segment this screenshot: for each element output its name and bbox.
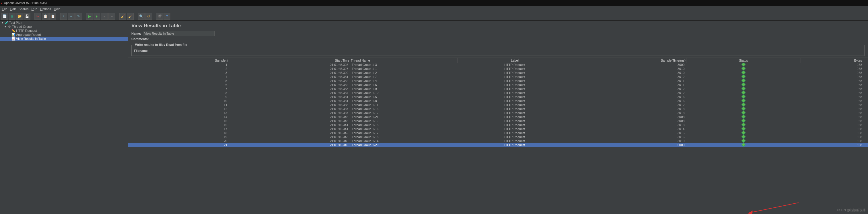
table-row[interactable]: 1021:01:45.331Thread Group 1-8HTTP Reque…: [128, 99, 868, 103]
cell-time: 21:01:45.332: [229, 83, 350, 87]
name-input[interactable]: [143, 31, 215, 36]
tree-root[interactable]: ▼ 🧪 Test Plan: [0, 21, 128, 25]
table-row[interactable]: 1521:01:45.345Thread Group 1-19HTTP Requ…: [128, 119, 868, 123]
cell-label: HTTP Request: [458, 123, 572, 127]
cell-status: [686, 83, 801, 87]
table-row[interactable]: 2021:01:45.340Thread Group 1-14HTTP Requ…: [128, 139, 868, 143]
cell-status: [686, 123, 801, 127]
cell-label: HTTP Request: [458, 119, 572, 123]
menu-file[interactable]: File: [1, 7, 9, 11]
cell-bytes: 168: [801, 119, 868, 123]
cell-thread: Thread Group 1-9: [350, 87, 458, 91]
table-row[interactable]: 121:01:45.328Thread Group 1-3HTTP Reques…: [128, 63, 868, 67]
table-row[interactable]: 1421:01:45.345Thread Group 1-21HTTP Requ…: [128, 115, 868, 119]
results-table[interactable]: Sample # Start Time Thread Name Label Sa…: [128, 58, 868, 147]
table-row[interactable]: 1821:01:45.342Thread Group 1-17HTTP Requ…: [128, 131, 868, 135]
col-label[interactable]: Label: [458, 58, 572, 63]
table-row[interactable]: 521:01:45.332Thread Group 1-4HTTP Reques…: [128, 79, 868, 83]
stop-button[interactable]: ●: [101, 13, 108, 20]
success-icon: [742, 67, 745, 71]
table-row[interactable]: 1321:01:45.337Thread Group 1-12HTTP Requ…: [128, 111, 868, 115]
col-bytes[interactable]: Bytes: [801, 58, 868, 63]
collapse-icon[interactable]: ▼: [4, 25, 7, 28]
tree-panel[interactable]: ▼ 🧪 Test Plan ▼ ⚙ Thread Group ✏️HTTP Re…: [0, 21, 128, 214]
menu-help[interactable]: Help: [53, 7, 62, 11]
start-notimer-button[interactable]: ⏵: [94, 13, 100, 20]
menu-edit[interactable]: Edit: [9, 7, 17, 11]
cell-time: 21:01:45.331: [229, 75, 350, 79]
col-start-time[interactable]: Start Time: [229, 58, 350, 63]
expand-button[interactable]: +: [60, 13, 67, 20]
cell-time: 21:01:45.331: [229, 95, 350, 99]
testplan-icon: 🧪: [5, 21, 9, 25]
cell-sample: 21: [128, 143, 229, 147]
shutdown-button[interactable]: ●: [108, 13, 115, 20]
paste-button[interactable]: 📋: [49, 13, 56, 20]
help-button[interactable]: ?: [163, 13, 170, 20]
clear-all-button[interactable]: 🧹: [127, 13, 134, 20]
cell-bytes: 168: [801, 123, 868, 127]
table-row[interactable]: 721:01:45.333Thread Group 1-9HTTP Reques…: [128, 87, 868, 91]
cell-status: [686, 79, 801, 83]
function-helper-button[interactable]: 🎬: [156, 13, 163, 20]
table-row[interactable]: 221:01:45.327Thread Group 1-1HTTP Reques…: [128, 67, 868, 71]
table-row[interactable]: 1921:01:45.343Thread Group 1-18HTTP Requ…: [128, 135, 868, 139]
col-thread[interactable]: Thread Name: [350, 58, 458, 63]
cell-label: HTTP Request: [458, 75, 572, 79]
menu-search[interactable]: Search: [18, 7, 30, 11]
table-row[interactable]: 421:01:45.331Thread Group 1-7HTTP Reques…: [128, 75, 868, 79]
templates-button[interactable]: ⊞: [9, 13, 16, 20]
success-icon: [742, 111, 745, 115]
toggle-button[interactable]: ✎: [75, 13, 82, 20]
col-sample-time[interactable]: Sample Time(ms): [572, 58, 686, 63]
cell-bytes: 168: [801, 111, 868, 115]
table-row[interactable]: 1621:01:45.341Thread Group 1-15HTTP Requ…: [128, 123, 868, 127]
tree-item[interactable]: 📈View Results in Table: [0, 37, 128, 41]
cell-thread: Thread Group 1-7: [350, 75, 458, 79]
copy-button[interactable]: 📋: [42, 13, 49, 20]
collapse-icon[interactable]: ▼: [1, 21, 4, 24]
collapse-button[interactable]: −: [68, 13, 74, 20]
fieldset-legend: Write results to file / Read from file: [134, 43, 188, 46]
cell-time: 21:01:45.337: [229, 111, 350, 115]
menu-options[interactable]: Options: [39, 7, 52, 11]
filename-label: Filename: [134, 49, 148, 52]
cell-status: [686, 127, 801, 131]
menu-run[interactable]: Run: [30, 7, 38, 11]
table-row[interactable]: 321:01:45.329Thread Group 1-2HTTP Reques…: [128, 71, 868, 75]
cell-time: 21:01:45.345: [229, 115, 350, 119]
start-button[interactable]: ▶: [86, 13, 93, 20]
cut-button[interactable]: ✂: [34, 13, 41, 20]
clear-button[interactable]: 🧹: [119, 13, 126, 20]
tree-thread-group[interactable]: ▼ ⚙ Thread Group: [0, 25, 128, 29]
cell-bytes: 168: [801, 139, 868, 143]
cell-stime: 3011: [572, 79, 686, 83]
tree-label: HTTP Request: [16, 29, 37, 32]
save-button[interactable]: 💾: [24, 13, 30, 20]
table-row[interactable]: 621:01:45.332Thread Group 1-6HTTP Reques…: [128, 83, 868, 87]
reset-search-button[interactable]: ↺: [145, 13, 152, 20]
table-row[interactable]: 1221:01:45.337Thread Group 1-13HTTP Requ…: [128, 107, 868, 111]
cell-status: [686, 115, 801, 119]
cell-sample: 7: [128, 87, 229, 91]
tree-item[interactable]: 📊Aggregate Report: [0, 33, 128, 37]
table-row[interactable]: 1121:01:45.338Thread Group 1-11HTTP Requ…: [128, 103, 868, 107]
cell-bytes: 168: [801, 143, 868, 147]
app-logo-icon: /: [1, 1, 2, 5]
cell-time: 21:01:45.338: [229, 103, 350, 107]
search-button[interactable]: 🔍: [138, 13, 145, 20]
cell-thread: Thread Group 1-12: [350, 111, 458, 115]
table-row[interactable]: 2121:01:45.349Thread Group 1-20HTTP Requ…: [128, 143, 868, 147]
cell-status: [686, 119, 801, 123]
success-icon: [742, 107, 745, 111]
col-sample[interactable]: Sample #: [128, 58, 229, 63]
success-icon: [742, 75, 745, 79]
tree-item[interactable]: ✏️HTTP Request: [0, 29, 128, 33]
table-row[interactable]: 921:01:45.331Thread Group 1-5HTTP Reques…: [128, 95, 868, 99]
col-status[interactable]: Status: [686, 58, 801, 63]
table-row[interactable]: 821:01:45.334Thread Group 1-10HTTP Reque…: [128, 91, 868, 95]
table-row[interactable]: 1721:01:45.341Thread Group 1-16HTTP Requ…: [128, 127, 868, 131]
cell-sample: 15: [128, 119, 229, 123]
open-button[interactable]: 📂: [16, 13, 23, 20]
new-button[interactable]: 📄: [1, 13, 8, 20]
